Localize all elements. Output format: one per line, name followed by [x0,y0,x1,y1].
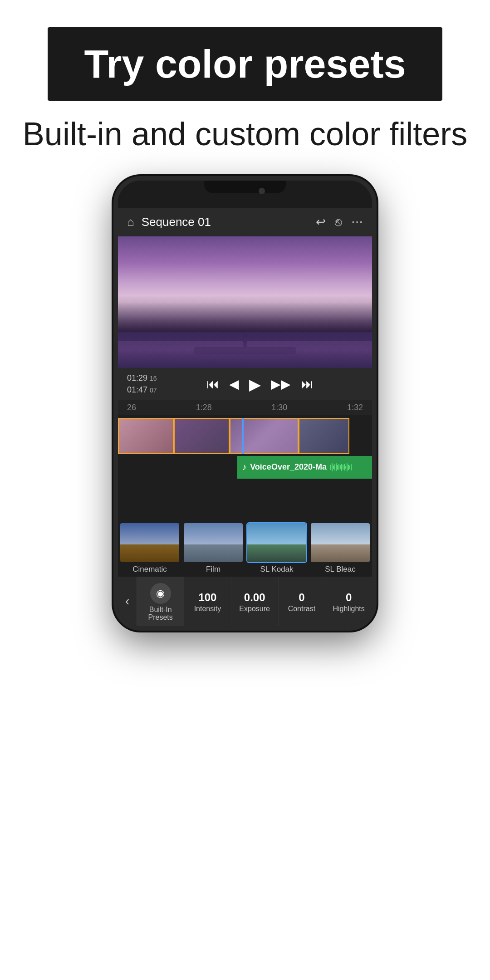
toolbar-item-contrast[interactable]: 0 Contrast [279,577,326,626]
empty-track-area [118,479,372,515]
title-box: Try color presets [48,27,442,101]
back-button[interactable]: ‹ [118,577,137,626]
video-clip-1[interactable] [118,418,174,454]
waveform-bar [332,463,333,471]
time-display: 01:29 16 01:47 07 [127,372,157,395]
playback-controls: ⏮ ◀ ▶ ▶▶ ⏭ [157,375,363,393]
playhead [242,418,244,454]
phone-frame: ⌂ Sequence 01 ↩ ⎋ ⋯ 01:29 16 01:47 07 [113,176,377,631]
preset-sl-kodak[interactable]: SL Kodak [245,522,309,574]
road-slkodak [247,544,306,562]
contrast-label: Contrast [288,605,315,613]
presets-label: Built-In Presets [139,606,182,622]
waveform-bar [341,464,342,471]
phone-notch [204,181,286,193]
ruler-mark-3: 1:30 [271,403,287,412]
scene-slbleach [311,523,370,562]
waveform-bar [336,463,337,471]
sky-slbleach [311,523,370,544]
header-action-icons: ↩ ⎋ ⋯ [316,215,363,229]
clip-thumb-2 [175,419,229,453]
waveform-bar [334,464,335,470]
highlights-value: 0 [346,592,352,603]
toolbar-item-exposure[interactable]: 0.00 Exposure [231,577,279,626]
ruler-mark-1: 26 [127,403,136,412]
preset-label-slkodak: SL Kodak [245,565,309,574]
sky-cinematic [120,523,179,544]
scene-cinematic [120,523,179,562]
scene-slkodak [247,523,306,562]
share-icon[interactable]: ⎋ [335,215,342,229]
highlights-label: Highlights [333,605,365,613]
bottom-toolbar: ‹ ◉ Built-In Presets 100 Intensity 0.00 … [118,577,372,626]
app-header-bar: ⌂ Sequence 01 ↩ ⎋ ⋯ [118,208,372,236]
preset-thumb-film[interactable] [183,522,244,563]
phone-notch-area [118,181,372,208]
timeline-tracks: ♪ VoiceOver_2020-Ma [118,415,372,518]
clip-thumb-1 [119,419,173,453]
video-clip-2[interactable] [174,418,230,454]
waveform-bar [340,465,341,469]
current-time: 01:29 16 [127,372,157,384]
waveform-bar [333,466,334,469]
video-clip-4[interactable] [299,418,349,454]
step-back-button[interactable]: ◀ [229,377,239,392]
exposure-value: 0.00 [244,592,265,603]
preset-label-film: Film [181,565,245,574]
intensity-value: 100 [198,592,216,603]
music-note-icon: ♪ [242,462,246,472]
scene-film [184,523,243,562]
audio-clip-title: VoiceOver_2020-Ma [250,462,327,472]
preset-film[interactable]: Film [181,522,245,574]
home-icon[interactable]: ⌂ [127,215,134,229]
waveform-bar [338,464,339,470]
waveform-bar [343,465,343,470]
subtitle: Built-in and custom color filters [18,114,472,153]
contrast-value: 0 [299,592,304,603]
toolbar-item-presets[interactable]: ◉ Built-In Presets [137,577,184,626]
intensity-label: Intensity [194,605,221,613]
sky-film [184,523,243,544]
back-arrow-icon: ‹ [125,594,129,608]
water-reflection [118,332,372,368]
comment-icon[interactable]: ⋯ [351,215,363,229]
timeline-ruler: 26 1:28 1:30 1:32 [118,400,372,415]
play-button[interactable]: ▶ [249,375,261,393]
ruler-mark-4: 1:32 [347,403,363,412]
clip-thumb-4 [299,419,348,453]
ruler-mark-2: 1:28 [196,403,212,412]
waveform-bar [351,464,352,470]
audio-clip[interactable]: ♪ VoiceOver_2020-Ma [237,456,372,479]
video-preview [118,236,372,368]
skip-to-end-button[interactable]: ⏭ [301,377,314,392]
waveform-bar [348,465,349,470]
phone-wrapper: ⌂ Sequence 01 ↩ ⎋ ⋯ 01:29 16 01:47 07 [0,167,490,631]
presets-icon: ◉ [156,588,165,599]
clip-thumb-3 [230,419,297,453]
waveform-bar [337,465,338,470]
toolbar-item-highlights[interactable]: 0 Highlights [325,577,372,626]
toolbar-item-intensity[interactable]: 100 Intensity [184,577,231,626]
preset-sl-bleach[interactable]: SL Bleac [309,522,372,574]
preset-thumb-slbleach[interactable] [310,522,371,563]
sky-slkodak [247,523,306,544]
waveform-bar [347,463,348,471]
total-time: 01:47 07 [127,384,157,396]
video-clip-3[interactable] [230,418,298,454]
presets-row: Cinematic Film [118,518,372,577]
preset-thumb-cinematic[interactable] [119,522,180,563]
main-title: Try color presets [84,41,406,87]
video-track[interactable] [118,418,372,454]
preset-cinematic[interactable]: Cinematic [118,522,181,574]
step-forward-button[interactable]: ▶▶ [271,377,291,392]
preset-label-slbleach: SL Bleac [309,565,372,574]
player-controls: 01:29 16 01:47 07 ⏮ ◀ ▶ ▶▶ ⏭ [118,368,372,400]
exposure-label: Exposure [239,605,270,613]
undo-icon[interactable]: ↩ [316,215,326,229]
preset-thumb-slkodak[interactable] [246,522,307,563]
waveform-bar [345,466,346,469]
road-slbleach [311,544,370,562]
waveform-bar [349,466,350,469]
audio-track[interactable]: ♪ VoiceOver_2020-Ma [118,456,372,479]
skip-to-start-button[interactable]: ⏮ [206,377,219,392]
